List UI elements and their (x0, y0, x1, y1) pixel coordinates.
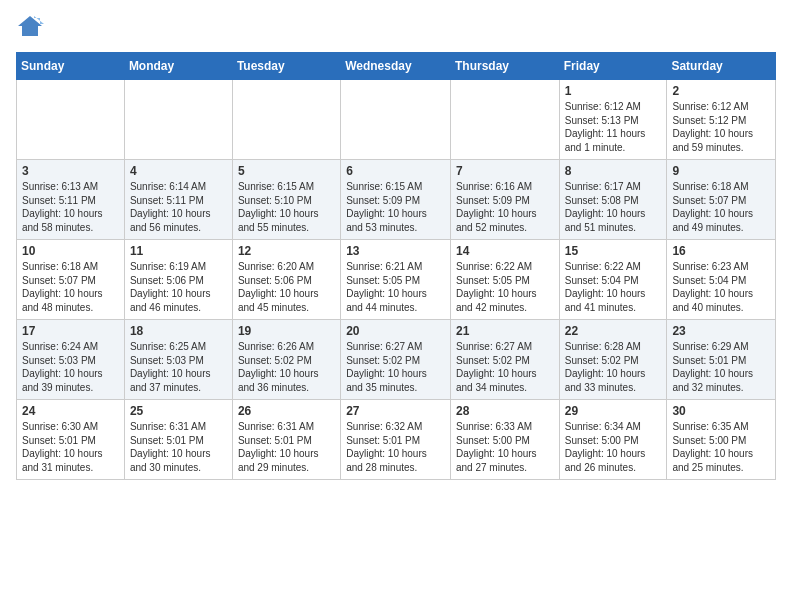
calendar-cell: 15Sunrise: 6:22 AM Sunset: 5:04 PM Dayli… (559, 240, 667, 320)
calendar-cell: 10Sunrise: 6:18 AM Sunset: 5:07 PM Dayli… (17, 240, 125, 320)
weekday-header-saturday: Saturday (667, 53, 776, 80)
day-number: 8 (565, 164, 662, 178)
calendar-cell: 30Sunrise: 6:35 AM Sunset: 5:00 PM Dayli… (667, 400, 776, 480)
cell-text: Sunrise: 6:33 AM Sunset: 5:00 PM Dayligh… (456, 420, 554, 474)
logo (16, 16, 48, 40)
calendar-cell: 29Sunrise: 6:34 AM Sunset: 5:00 PM Dayli… (559, 400, 667, 480)
calendar-cell: 14Sunrise: 6:22 AM Sunset: 5:05 PM Dayli… (450, 240, 559, 320)
calendar-cell (341, 80, 451, 160)
day-number: 19 (238, 324, 335, 338)
day-number: 17 (22, 324, 119, 338)
calendar-cell: 3Sunrise: 6:13 AM Sunset: 5:11 PM Daylig… (17, 160, 125, 240)
day-number: 28 (456, 404, 554, 418)
cell-text: Sunrise: 6:27 AM Sunset: 5:02 PM Dayligh… (346, 340, 445, 394)
day-number: 3 (22, 164, 119, 178)
weekday-header-monday: Monday (124, 53, 232, 80)
day-number: 26 (238, 404, 335, 418)
calendar-cell: 17Sunrise: 6:24 AM Sunset: 5:03 PM Dayli… (17, 320, 125, 400)
calendar-cell: 6Sunrise: 6:15 AM Sunset: 5:09 PM Daylig… (341, 160, 451, 240)
logo-icon (16, 12, 44, 40)
calendar-cell: 21Sunrise: 6:27 AM Sunset: 5:02 PM Dayli… (450, 320, 559, 400)
calendar-cell (17, 80, 125, 160)
day-number: 27 (346, 404, 445, 418)
calendar-cell: 26Sunrise: 6:31 AM Sunset: 5:01 PM Dayli… (232, 400, 340, 480)
calendar-cell: 13Sunrise: 6:21 AM Sunset: 5:05 PM Dayli… (341, 240, 451, 320)
day-number: 30 (672, 404, 770, 418)
cell-text: Sunrise: 6:27 AM Sunset: 5:02 PM Dayligh… (456, 340, 554, 394)
calendar-cell: 5Sunrise: 6:15 AM Sunset: 5:10 PM Daylig… (232, 160, 340, 240)
calendar-header-row: SundayMondayTuesdayWednesdayThursdayFrid… (17, 53, 776, 80)
cell-text: Sunrise: 6:19 AM Sunset: 5:06 PM Dayligh… (130, 260, 227, 314)
cell-text: Sunrise: 6:12 AM Sunset: 5:12 PM Dayligh… (672, 100, 770, 154)
day-number: 24 (22, 404, 119, 418)
day-number: 13 (346, 244, 445, 258)
calendar-week-row: 10Sunrise: 6:18 AM Sunset: 5:07 PM Dayli… (17, 240, 776, 320)
day-number: 18 (130, 324, 227, 338)
calendar-cell (124, 80, 232, 160)
cell-text: Sunrise: 6:35 AM Sunset: 5:00 PM Dayligh… (672, 420, 770, 474)
day-number: 15 (565, 244, 662, 258)
weekday-header-tuesday: Tuesday (232, 53, 340, 80)
day-number: 16 (672, 244, 770, 258)
day-number: 20 (346, 324, 445, 338)
cell-text: Sunrise: 6:14 AM Sunset: 5:11 PM Dayligh… (130, 180, 227, 234)
day-number: 10 (22, 244, 119, 258)
cell-text: Sunrise: 6:16 AM Sunset: 5:09 PM Dayligh… (456, 180, 554, 234)
cell-text: Sunrise: 6:31 AM Sunset: 5:01 PM Dayligh… (238, 420, 335, 474)
cell-text: Sunrise: 6:29 AM Sunset: 5:01 PM Dayligh… (672, 340, 770, 394)
page-header (16, 16, 776, 40)
day-number: 5 (238, 164, 335, 178)
calendar-week-row: 3Sunrise: 6:13 AM Sunset: 5:11 PM Daylig… (17, 160, 776, 240)
cell-text: Sunrise: 6:22 AM Sunset: 5:05 PM Dayligh… (456, 260, 554, 314)
cell-text: Sunrise: 6:32 AM Sunset: 5:01 PM Dayligh… (346, 420, 445, 474)
cell-text: Sunrise: 6:26 AM Sunset: 5:02 PM Dayligh… (238, 340, 335, 394)
cell-text: Sunrise: 6:12 AM Sunset: 5:13 PM Dayligh… (565, 100, 662, 154)
calendar-week-row: 17Sunrise: 6:24 AM Sunset: 5:03 PM Dayli… (17, 320, 776, 400)
cell-text: Sunrise: 6:21 AM Sunset: 5:05 PM Dayligh… (346, 260, 445, 314)
cell-text: Sunrise: 6:13 AM Sunset: 5:11 PM Dayligh… (22, 180, 119, 234)
calendar-cell: 8Sunrise: 6:17 AM Sunset: 5:08 PM Daylig… (559, 160, 667, 240)
cell-text: Sunrise: 6:22 AM Sunset: 5:04 PM Dayligh… (565, 260, 662, 314)
calendar-cell (232, 80, 340, 160)
cell-text: Sunrise: 6:25 AM Sunset: 5:03 PM Dayligh… (130, 340, 227, 394)
calendar-week-row: 24Sunrise: 6:30 AM Sunset: 5:01 PM Dayli… (17, 400, 776, 480)
calendar-cell: 1Sunrise: 6:12 AM Sunset: 5:13 PM Daylig… (559, 80, 667, 160)
day-number: 25 (130, 404, 227, 418)
cell-text: Sunrise: 6:31 AM Sunset: 5:01 PM Dayligh… (130, 420, 227, 474)
calendar-cell: 18Sunrise: 6:25 AM Sunset: 5:03 PM Dayli… (124, 320, 232, 400)
calendar-cell: 9Sunrise: 6:18 AM Sunset: 5:07 PM Daylig… (667, 160, 776, 240)
calendar-week-row: 1Sunrise: 6:12 AM Sunset: 5:13 PM Daylig… (17, 80, 776, 160)
day-number: 6 (346, 164, 445, 178)
cell-text: Sunrise: 6:18 AM Sunset: 5:07 PM Dayligh… (672, 180, 770, 234)
day-number: 11 (130, 244, 227, 258)
calendar-cell (450, 80, 559, 160)
day-number: 14 (456, 244, 554, 258)
calendar-cell: 25Sunrise: 6:31 AM Sunset: 5:01 PM Dayli… (124, 400, 232, 480)
calendar-cell: 24Sunrise: 6:30 AM Sunset: 5:01 PM Dayli… (17, 400, 125, 480)
cell-text: Sunrise: 6:28 AM Sunset: 5:02 PM Dayligh… (565, 340, 662, 394)
day-number: 4 (130, 164, 227, 178)
calendar-cell: 16Sunrise: 6:23 AM Sunset: 5:04 PM Dayli… (667, 240, 776, 320)
calendar-cell: 4Sunrise: 6:14 AM Sunset: 5:11 PM Daylig… (124, 160, 232, 240)
calendar-cell: 22Sunrise: 6:28 AM Sunset: 5:02 PM Dayli… (559, 320, 667, 400)
calendar-cell: 27Sunrise: 6:32 AM Sunset: 5:01 PM Dayli… (341, 400, 451, 480)
calendar-cell: 7Sunrise: 6:16 AM Sunset: 5:09 PM Daylig… (450, 160, 559, 240)
cell-text: Sunrise: 6:34 AM Sunset: 5:00 PM Dayligh… (565, 420, 662, 474)
cell-text: Sunrise: 6:18 AM Sunset: 5:07 PM Dayligh… (22, 260, 119, 314)
day-number: 2 (672, 84, 770, 98)
cell-text: Sunrise: 6:20 AM Sunset: 5:06 PM Dayligh… (238, 260, 335, 314)
cell-text: Sunrise: 6:15 AM Sunset: 5:09 PM Dayligh… (346, 180, 445, 234)
day-number: 21 (456, 324, 554, 338)
day-number: 22 (565, 324, 662, 338)
calendar-cell: 20Sunrise: 6:27 AM Sunset: 5:02 PM Dayli… (341, 320, 451, 400)
calendar-table: SundayMondayTuesdayWednesdayThursdayFrid… (16, 52, 776, 480)
day-number: 23 (672, 324, 770, 338)
weekday-header-sunday: Sunday (17, 53, 125, 80)
cell-text: Sunrise: 6:30 AM Sunset: 5:01 PM Dayligh… (22, 420, 119, 474)
cell-text: Sunrise: 6:24 AM Sunset: 5:03 PM Dayligh… (22, 340, 119, 394)
calendar-cell: 23Sunrise: 6:29 AM Sunset: 5:01 PM Dayli… (667, 320, 776, 400)
cell-text: Sunrise: 6:15 AM Sunset: 5:10 PM Dayligh… (238, 180, 335, 234)
cell-text: Sunrise: 6:17 AM Sunset: 5:08 PM Dayligh… (565, 180, 662, 234)
day-number: 9 (672, 164, 770, 178)
calendar-cell: 2Sunrise: 6:12 AM Sunset: 5:12 PM Daylig… (667, 80, 776, 160)
